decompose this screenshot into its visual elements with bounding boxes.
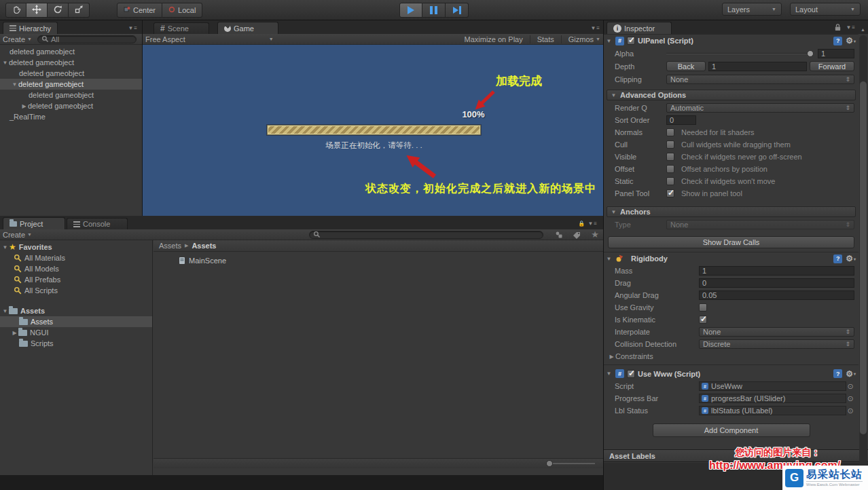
- project-create-button[interactable]: Create▼: [3, 231, 32, 239]
- tab-project[interactable]: Project: [3, 217, 65, 229]
- foldout-icon[interactable]: [1, 244, 9, 250]
- use-gravity-checkbox[interactable]: [699, 303, 707, 312]
- filter-by-label-icon[interactable]: [573, 231, 581, 239]
- hierarchy-item[interactable]: deleted gameobject: [0, 57, 142, 68]
- project-folder[interactable]: NGUI: [0, 327, 152, 338]
- collision-detection-dropdown[interactable]: Discrete: [699, 339, 854, 349]
- scrollbar-thumb[interactable]: [860, 81, 867, 434]
- component-enabled-checkbox[interactable]: [627, 370, 635, 378]
- asset-file-mainscene[interactable]: MainScene: [178, 255, 226, 266]
- layout-dropdown[interactable]: Layout▼: [790, 3, 861, 16]
- space-local-button[interactable]: Local: [162, 3, 202, 18]
- project-folder-selected[interactable]: Assets: [0, 316, 152, 327]
- favorite-item[interactable]: All Prefabs: [0, 274, 152, 285]
- clipping-dropdown[interactable]: None: [666, 75, 854, 84]
- pivot-center-button[interactable]: Center: [117, 3, 162, 18]
- alpha-slider[interactable]: [666, 49, 814, 58]
- hierarchy-item-selected[interactable]: deleted gameobject: [0, 79, 142, 90]
- help-icon[interactable]: ?: [833, 37, 842, 45]
- object-picker-icon[interactable]: ⊙: [846, 407, 854, 415]
- rotate-tool-button[interactable]: [48, 3, 69, 18]
- hierarchy-search-input[interactable]: All: [37, 35, 137, 43]
- advanced-options-header[interactable]: Advanced Options: [607, 90, 856, 100]
- assets-root[interactable]: Assets: [0, 305, 152, 316]
- inspector-scrollbar[interactable]: ▲: [859, 35, 867, 489]
- aspect-dropdown[interactable]: Free Aspect▼: [145, 35, 274, 43]
- foldout-icon[interactable]: [20, 103, 28, 109]
- favorite-item[interactable]: All Models: [0, 263, 152, 274]
- lock-icon[interactable]: [834, 23, 842, 31]
- usewww-component-header[interactable]: # Use Www (Script) ? ⚙: [604, 367, 858, 380]
- foldout-icon[interactable]: [1, 60, 9, 66]
- static-checkbox[interactable]: [666, 177, 674, 185]
- hierarchy-item[interactable]: deleted gameobject: [0, 46, 142, 57]
- tab-game[interactable]: Game: [217, 22, 278, 34]
- maximize-on-play-button[interactable]: Maximize on Play: [465, 35, 523, 43]
- step-button[interactable]: [446, 3, 469, 18]
- pause-button[interactable]: [422, 3, 446, 18]
- favorites-root[interactable]: ★ Favorites: [0, 242, 152, 252]
- depth-value-field[interactable]: 1: [708, 62, 807, 71]
- object-picker-icon[interactable]: ⊙: [846, 382, 854, 391]
- play-button[interactable]: [399, 3, 422, 18]
- mass-field[interactable]: 1: [699, 266, 854, 276]
- progress-bar-object-field[interactable]: #progressBar (UISlider): [699, 394, 846, 403]
- thumbnail-zoom-slider[interactable]: [546, 460, 595, 467]
- move-tool-button[interactable]: [26, 3, 48, 18]
- tab-scene[interactable]: # Scene: [153, 22, 209, 34]
- panel-menu-icon[interactable]: 🔒 ▼≡: [578, 221, 598, 227]
- uipanel-component-header[interactable]: # UIPanel (Script) ? ⚙: [604, 34, 858, 47]
- panel-menu-icon[interactable]: ▼≡: [846, 24, 856, 31]
- constraints-row[interactable]: Constraints: [604, 350, 858, 362]
- gear-icon[interactable]: ⚙: [846, 369, 856, 379]
- foldout-icon[interactable]: [1, 308, 9, 314]
- visible-checkbox[interactable]: [666, 153, 674, 161]
- script-object-field[interactable]: #UseWww: [699, 381, 846, 391]
- foldout-icon[interactable]: [11, 330, 18, 336]
- rigidbody-component-header[interactable]: Rigidbody ? ⚙: [604, 252, 858, 265]
- hand-tool-button[interactable]: [5, 3, 26, 18]
- alpha-value-field[interactable]: 1: [818, 49, 854, 58]
- slider-knob[interactable]: [807, 50, 814, 57]
- project-folder[interactable]: Scripts: [0, 338, 152, 349]
- gear-icon[interactable]: ⚙: [846, 36, 856, 45]
- help-icon[interactable]: ?: [833, 255, 842, 263]
- gizmos-dropdown[interactable]: Gizmos▼: [561, 35, 600, 43]
- foldout-icon[interactable]: [605, 371, 613, 377]
- anchors-header[interactable]: Anchors: [607, 206, 856, 217]
- hierarchy-item[interactable]: deleted gameobject: [0, 100, 142, 111]
- filter-by-type-icon[interactable]: [555, 231, 563, 239]
- component-enabled-checkbox[interactable]: [627, 37, 635, 45]
- panel-tool-checkbox[interactable]: [666, 189, 674, 197]
- foldout-icon[interactable]: [610, 92, 617, 98]
- breadcrumb-item[interactable]: Assets: [159, 242, 181, 250]
- scroll-up-icon[interactable]: ▲: [861, 27, 865, 32]
- help-icon[interactable]: ?: [833, 369, 842, 378]
- stats-button[interactable]: Stats: [530, 35, 554, 43]
- offset-checkbox[interactable]: [666, 165, 674, 173]
- gear-icon[interactable]: ⚙: [846, 254, 856, 263]
- breadcrumb-item-current[interactable]: Assets: [192, 242, 216, 250]
- add-component-button[interactable]: Add Component: [653, 423, 810, 437]
- cull-checkbox[interactable]: [666, 140, 674, 149]
- hierarchy-create-button[interactable]: Create▼: [3, 35, 32, 43]
- angular-drag-field[interactable]: 0.05: [699, 290, 854, 300]
- panel-menu-icon[interactable]: ▼≡: [590, 25, 600, 31]
- normals-checkbox[interactable]: [666, 128, 674, 136]
- project-search-input[interactable]: [309, 231, 543, 239]
- foldout-icon[interactable]: [608, 354, 615, 360]
- favorites-star-icon[interactable]: ★: [591, 229, 599, 240]
- tab-hierarchy[interactable]: Hierarchy: [3, 22, 58, 34]
- favorite-item[interactable]: All Scripts: [0, 285, 152, 296]
- sort-order-field[interactable]: 0: [666, 115, 696, 125]
- anchor-type-dropdown[interactable]: None: [666, 220, 854, 229]
- hierarchy-item[interactable]: deleted gameobject: [0, 90, 142, 100]
- foldout-icon[interactable]: [605, 256, 613, 262]
- is-kinematic-checkbox[interactable]: [699, 316, 707, 324]
- tab-console[interactable]: Console: [67, 218, 128, 229]
- show-draw-calls-button[interactable]: Show Draw Calls: [608, 236, 854, 248]
- drag-field[interactable]: 0: [699, 278, 854, 288]
- foldout-icon[interactable]: [610, 209, 617, 215]
- object-picker-icon[interactable]: ⊙: [846, 394, 854, 403]
- favorite-item[interactable]: All Materials: [0, 252, 152, 263]
